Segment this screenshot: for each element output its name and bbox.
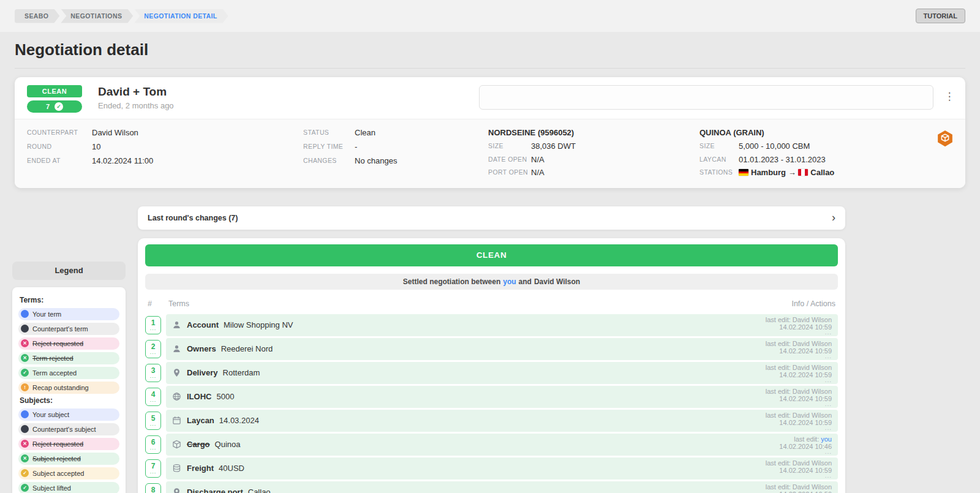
- negotiation-subtitle: Ended, 2 months ago: [98, 101, 174, 110]
- term-edit-info: last edit: David Wilson14.02.2024 10:59.…: [766, 459, 832, 478]
- edit-author-line: last edit: David Wilson: [766, 388, 832, 395]
- row-actions-dots[interactable]: ...: [766, 331, 832, 334]
- term-number-button[interactable]: 6...: [145, 435, 161, 454]
- detail-row: PORT OPENN/A: [488, 166, 693, 179]
- term-number-button[interactable]: 3...: [145, 364, 161, 382]
- table-row[interactable]: 7...Freight40USDlast edit: David Wilson1…: [145, 457, 838, 480]
- term-number-button[interactable]: 1...: [145, 316, 161, 334]
- row-actions-dots[interactable]: ...: [766, 474, 832, 478]
- negotiation-details: COUNTERPARTDavid WilsonROUND10ENDED AT14…: [15, 119, 965, 188]
- term-value: 5000: [216, 392, 234, 401]
- term-row-body[interactable]: Freight40USDlast edit: David Wilson14.02…: [166, 457, 838, 480]
- legend-section-label: Terms:: [20, 296, 119, 304]
- legend-item: !Recap outstanding: [18, 382, 119, 394]
- edit-author: David Wilson: [793, 483, 832, 491]
- negotiation-title-block: David + Tom Ended, 2 months ago: [98, 85, 174, 110]
- term-number-dots: ...: [150, 374, 157, 378]
- term-row-body[interactable]: DeliveryRotterdamlast edit: David Wilson…: [166, 362, 838, 384]
- edit-timestamp: 14.02.2024 10:46: [779, 443, 832, 450]
- table-row[interactable]: 5...Laycan14.03.2024last edit: David Wil…: [145, 410, 838, 432]
- legend-item-label: Term accepted: [32, 369, 77, 377]
- term-number-button[interactable]: 2...: [145, 340, 161, 358]
- term-number-dots: ...: [150, 470, 157, 474]
- detail-label: ENDED AT: [27, 154, 92, 168]
- detail-value: 10: [92, 140, 100, 154]
- table-row[interactable]: 8...Discharge portCallaolast edit: David…: [145, 481, 838, 493]
- detail-value: 38,036 DWT: [531, 140, 576, 153]
- edit-author-line: last edit: you: [779, 435, 832, 443]
- term-number-button[interactable]: 4...: [145, 388, 161, 406]
- detail-value: Hamburg → Callao: [739, 166, 834, 179]
- breadcrumb-item-negotiations[interactable]: NEGOTIATIONS: [61, 9, 133, 23]
- legend-item-label: Subject lifted: [32, 484, 71, 492]
- edit-author-line: last edit: David Wilson: [766, 412, 832, 419]
- table-row[interactable]: 1...AccountMilow Shopping NVlast edit: D…: [145, 314, 838, 336]
- legend-item: ✕Subject rejected: [18, 453, 119, 465]
- round-count: 7: [46, 103, 50, 110]
- round-badge: 7 ✓: [27, 100, 82, 113]
- table-row[interactable]: 6...CargoQuinoalast edit: you14.02.2024 …: [145, 434, 838, 456]
- term-value: Rotterdam: [223, 368, 260, 377]
- edit-author: David Wilson: [793, 364, 832, 371]
- term-number-button[interactable]: 8...: [145, 483, 161, 493]
- legend-item: ✕Reject requested: [18, 438, 119, 450]
- calendar-icon: [172, 416, 182, 426]
- edit-author-line: last edit: David Wilson: [766, 483, 832, 491]
- legend-item: Your term: [18, 308, 119, 320]
- row-actions-dots[interactable]: ...: [766, 378, 832, 382]
- term-number-button[interactable]: 7...: [145, 459, 161, 478]
- column-terms: Terms: [168, 299, 189, 308]
- edit-author-line: last edit: David Wilson: [766, 364, 832, 371]
- detail-label: DATE OPEN: [488, 153, 531, 167]
- detail-value: 01.01.2023 - 31.01.2023: [739, 153, 826, 167]
- term-name: Owners: [187, 344, 216, 353]
- legend-rejected-icon: ✕: [21, 454, 29, 462]
- row-actions-dots[interactable]: ...: [766, 426, 832, 430]
- legend-item-label: Term rejected: [32, 355, 74, 362]
- term-row-body[interactable]: ILOHC5000last edit: David Wilson14.02.20…: [166, 386, 838, 408]
- last-round-changes-bar[interactable]: Last round's changes (7) ›: [138, 206, 845, 230]
- term-number-button[interactable]: 5...: [145, 412, 161, 430]
- flag-de-icon: [739, 169, 748, 176]
- detail-value: Clean: [355, 126, 375, 140]
- row-actions-dots[interactable]: ...: [779, 450, 832, 454]
- legend-item-label: Reject requested: [32, 440, 83, 448]
- legend-lifted-icon: ✓: [21, 484, 29, 492]
- status-badge: CLEAN: [27, 85, 82, 97]
- chevron-right-icon[interactable]: ›: [832, 211, 835, 224]
- table-row[interactable]: 3...DeliveryRotterdamlast edit: David Wi…: [145, 362, 838, 384]
- term-edit-info: last edit: David Wilson14.02.2024 10:59.…: [766, 483, 832, 493]
- legend-item: Counterpart's term: [18, 323, 119, 335]
- detail-value: 5,000 - 10,000 CBM: [739, 140, 810, 153]
- term-edit-info: last edit: David Wilson14.02.2024 10:59.…: [766, 412, 832, 430]
- table-row[interactable]: 2...OwnersReederei Nordlast edit: David …: [145, 338, 838, 360]
- top-bar: SEABONEGOTIATIONSNEGOTIATION DETAIL TUTO…: [0, 0, 980, 32]
- tutorial-button[interactable]: TUTORIAL: [916, 9, 965, 23]
- row-actions-dots[interactable]: ...: [766, 402, 832, 406]
- table-row[interactable]: 4...ILOHC5000last edit: David Wilson14.0…: [145, 386, 838, 408]
- term-number-dots: ...: [150, 350, 157, 355]
- kebab-menu-icon[interactable]: ⋮: [943, 90, 956, 103]
- term-name: Laycan: [187, 416, 214, 425]
- detail-label: REPLY TIME: [303, 140, 355, 154]
- detail-row: ROUND10: [27, 140, 297, 154]
- legend-item: Your subject: [18, 408, 119, 421]
- term-row-body[interactable]: OwnersReederei Nordlast edit: David Wils…: [166, 338, 838, 360]
- detail-label: ROUND: [27, 140, 92, 154]
- term-row-body[interactable]: Laycan14.03.2024last edit: David Wilson1…: [166, 410, 838, 432]
- legend-your-icon: [21, 410, 29, 418]
- breadcrumb-item-seabo[interactable]: SEABO: [15, 9, 59, 23]
- detail-value: N/A: [531, 166, 545, 179]
- legend-your-icon: [21, 310, 29, 318]
- comment-input[interactable]: [479, 85, 933, 110]
- term-row-body[interactable]: CargoQuinoalast edit: you14.02.2024 10:4…: [166, 434, 838, 456]
- coins-icon: [172, 464, 182, 473]
- globe-icon: [172, 392, 182, 402]
- term-row-body[interactable]: AccountMilow Shopping NVlast edit: David…: [166, 314, 838, 336]
- term-value: Milow Shopping NV: [224, 320, 293, 329]
- row-actions-dots[interactable]: ...: [766, 355, 832, 358]
- term-row-body[interactable]: Discharge portCallaolast edit: David Wil…: [166, 481, 838, 493]
- breadcrumb-item-negotiation-detail[interactable]: NEGOTIATION DETAIL: [134, 9, 228, 23]
- detail-row: ENDED AT14.02.2024 11:00: [27, 154, 297, 168]
- box-icon: [172, 440, 182, 450]
